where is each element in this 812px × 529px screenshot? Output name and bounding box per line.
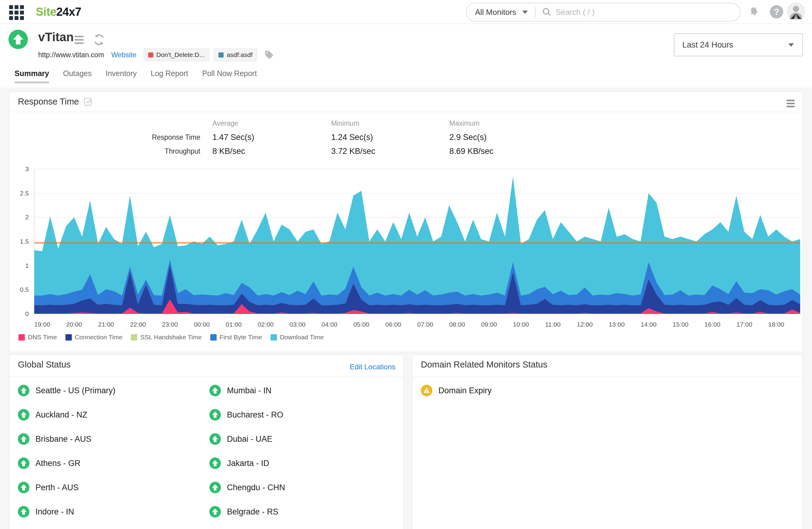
stats-row-label: Throughput bbox=[10, 147, 200, 156]
location-item-belgrade-rs[interactable]: Belgrade - RS bbox=[209, 500, 391, 524]
legend-swatch bbox=[66, 334, 72, 340]
legend-label: Connection Time bbox=[75, 334, 123, 341]
location-label: Chengdu - CHN bbox=[227, 483, 285, 493]
tab-outages[interactable]: Outages bbox=[63, 69, 92, 83]
location-item-seattle-us-primary[interactable]: Seattle - US (Primary) bbox=[18, 379, 200, 403]
notifications-bell-icon[interactable] bbox=[748, 5, 760, 18]
x-axis-tick-label: 09:00 bbox=[481, 321, 497, 328]
tab-log-report[interactable]: Log Report bbox=[150, 69, 188, 83]
tab-summary[interactable]: Summary bbox=[15, 69, 49, 83]
legend-label: DNS Time bbox=[28, 334, 57, 341]
x-axis-tick-label: 13:00 bbox=[609, 321, 625, 328]
locations-column-2: Mumbai - INBucharest - RODubai - UAEJaka… bbox=[209, 379, 391, 524]
monitor-tabs: SummaryOutagesInventoryLog ReportPoll No… bbox=[15, 69, 257, 83]
legend-item-connection-time[interactable]: Connection Time bbox=[66, 334, 123, 341]
monitor-type-link[interactable]: Website bbox=[111, 51, 136, 59]
location-item-dubai-uae[interactable]: Dubai - UAE bbox=[209, 427, 391, 451]
tab-poll-now-report[interactable]: Poll Now Report bbox=[202, 69, 257, 83]
x-axis-tick-label: 22:00 bbox=[130, 321, 146, 328]
global-status-title: Global Status bbox=[18, 359, 71, 370]
legend-item-download-time[interactable]: Download Time bbox=[271, 334, 324, 341]
y-axis-tick-label: 2 bbox=[25, 214, 29, 221]
location-label: Belgrade - RS bbox=[227, 507, 278, 517]
refresh-icon[interactable] bbox=[93, 33, 105, 46]
legend-label: First Byte Time bbox=[220, 334, 262, 341]
monitor-scope-dropdown[interactable]: All Monitors bbox=[467, 3, 535, 21]
status-up-icon bbox=[18, 506, 29, 517]
location-label: Bucharest - RO bbox=[227, 410, 283, 420]
monitor-tag-0[interactable]: Don't_Delete:D... bbox=[144, 48, 209, 61]
y-axis-tick-label: 2.5 bbox=[20, 190, 29, 197]
chart-icon[interactable] bbox=[83, 97, 92, 106]
stats-column-header: Minimum bbox=[331, 119, 449, 128]
edit-locations-link[interactable]: Edit Locations bbox=[350, 363, 395, 371]
search-group: All Monitors bbox=[466, 3, 740, 21]
domain-monitors-list: Domain Expiry bbox=[421, 379, 492, 403]
tag-color-swatch bbox=[218, 53, 223, 58]
location-label: Seattle - US (Primary) bbox=[35, 386, 115, 395]
x-axis-tick-label: 04:00 bbox=[321, 321, 337, 328]
x-axis-tick-label: 03:00 bbox=[290, 321, 306, 328]
location-item-mumbai-in[interactable]: Mumbai - IN bbox=[209, 379, 391, 403]
location-item-athens-gr[interactable]: Athens - GR bbox=[18, 451, 200, 475]
location-item-bucharest-ro[interactable]: Bucharest - RO bbox=[209, 403, 391, 427]
global-status-panel: Global Status Edit Locations Seattle - U… bbox=[9, 354, 404, 529]
monitor-menu-icon[interactable] bbox=[74, 36, 84, 46]
monitor-status-up-icon bbox=[9, 30, 28, 49]
divider bbox=[412, 377, 802, 377]
x-axis-tick-label: 06:00 bbox=[386, 321, 402, 328]
monitor-tags: Don't_Delete:D...asdf:asdf bbox=[144, 48, 257, 61]
monitor-url: http://www.vtitan.com bbox=[38, 51, 104, 59]
apps-grid-icon[interactable] bbox=[9, 5, 24, 20]
x-axis-tick-label: 16:00 bbox=[705, 321, 721, 328]
panel-menu-icon[interactable] bbox=[786, 100, 795, 109]
panel-title-text: Global Status bbox=[18, 359, 71, 370]
x-axis-tick-label: 23:00 bbox=[162, 321, 178, 328]
location-label: Perth - AUS bbox=[35, 483, 79, 493]
search-icon bbox=[542, 7, 552, 17]
domain-monitor-label: Domain Expiry bbox=[438, 386, 492, 395]
x-axis-tick-label: 08:00 bbox=[449, 321, 465, 328]
location-label: Brisbane - AUS bbox=[35, 435, 91, 444]
tag-icon[interactable] bbox=[264, 50, 274, 60]
user-avatar[interactable] bbox=[787, 3, 805, 20]
x-axis-tick-label: 01:00 bbox=[226, 321, 242, 328]
stats-value: 8 KB/sec bbox=[213, 147, 331, 156]
stats-value: 3.72 KB/sec bbox=[331, 147, 449, 156]
help-icon[interactable]: ? bbox=[770, 5, 783, 18]
tag-label: Don't_Delete:D... bbox=[156, 51, 204, 58]
location-item-perth-aus[interactable]: Perth - AUS bbox=[18, 475, 200, 500]
chevron-down-icon bbox=[788, 43, 794, 47]
stats-column-header: Average bbox=[213, 119, 331, 128]
y-axis-tick-label: 0.5 bbox=[20, 286, 29, 293]
status-up-icon bbox=[209, 385, 221, 396]
logo-24x7: 24x7 bbox=[56, 5, 82, 18]
location-item-indore-in[interactable]: Indore - IN bbox=[18, 500, 200, 524]
legend-label: Download Time bbox=[280, 334, 324, 341]
location-item-brisbane-aus[interactable]: Brisbane - AUS bbox=[18, 427, 200, 451]
status-up-icon bbox=[18, 433, 29, 445]
legend-item-first-byte-time[interactable]: First Byte Time bbox=[210, 334, 262, 341]
x-axis-tick-label: 02:00 bbox=[258, 321, 274, 328]
y-axis-tick-label: 1.5 bbox=[20, 238, 29, 245]
chart-legend: DNS TimeConnection TimeSSL Handshake Tim… bbox=[18, 334, 323, 341]
legend-item-dns-time[interactable]: DNS Time bbox=[18, 334, 57, 341]
monitor-tag-1[interactable]: asdf:asdf bbox=[214, 48, 257, 61]
divider bbox=[10, 112, 802, 112]
location-label: Auckland - NZ bbox=[35, 410, 87, 420]
time-range-dropdown[interactable]: Last 24 Hours bbox=[674, 33, 803, 56]
location-item-chengdu-chn[interactable]: Chengdu - CHN bbox=[209, 475, 391, 500]
location-item-jakarta-id[interactable]: Jakarta - ID bbox=[209, 451, 391, 475]
stats-row-label: Response Time bbox=[10, 133, 200, 142]
legend-item-ssl-handshake-time[interactable]: SSL Handshake Time bbox=[131, 334, 202, 341]
y-axis-tick-label: 0 bbox=[25, 310, 29, 317]
domain-monitor-item-domain-expiry[interactable]: Domain Expiry bbox=[421, 379, 492, 403]
site24x7-logo[interactable]: Site24x7 bbox=[36, 5, 81, 18]
location-item-auckland-nz[interactable]: Auckland - NZ bbox=[18, 403, 200, 427]
legend-swatch bbox=[131, 334, 137, 340]
tab-inventory[interactable]: Inventory bbox=[105, 69, 137, 83]
location-label: Jakarta - ID bbox=[227, 459, 269, 468]
search-input[interactable] bbox=[555, 7, 714, 17]
x-axis-tick-label: 21:00 bbox=[98, 321, 114, 328]
x-axis-tick-label: 14:00 bbox=[640, 321, 656, 328]
